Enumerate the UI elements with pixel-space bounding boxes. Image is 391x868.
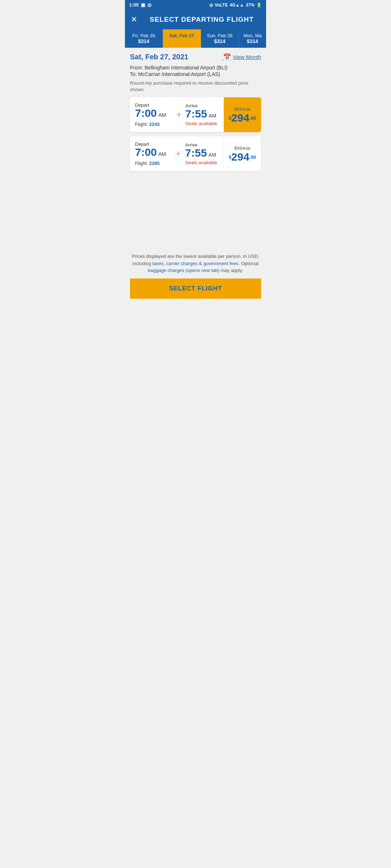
footer-link-baggage[interactable]: baggage charges (opens new tab)	[148, 268, 219, 273]
battery-charging-icon: 🔋	[256, 3, 262, 8]
flight2-depart-ampm: AM	[159, 151, 166, 157]
volte-badge: VoLTE	[215, 3, 228, 8]
route-info: From: Bellingham International Airport (…	[130, 65, 261, 77]
flight2-seats: Seats available	[185, 160, 218, 165]
flight1-sale-price: $294.00	[229, 112, 256, 123]
flight1-depart-ampm: AM	[159, 112, 166, 118]
flight1-dollar-sign: $	[229, 115, 231, 121]
date-header-row: Sat, Feb 27, 2021 📅 View Month	[130, 53, 261, 61]
status-time: 1:05 ▣ ◎	[129, 2, 151, 8]
wifi-icon: ◎	[209, 3, 213, 8]
page-header: ✕ SELECT DEPARTING FLIGHT	[125, 10, 266, 29]
content-spacer	[125, 175, 266, 248]
page-title: SELECT DEPARTING FLIGHT	[143, 16, 260, 24]
tab-price-fri: $314	[126, 38, 161, 44]
flight2-arrive: Arrive 7:55 AM Seats available	[184, 136, 223, 171]
battery-percent: 37%	[246, 3, 255, 8]
view-month-button[interactable]: 📅 View Month	[223, 53, 261, 61]
tab-day-fri: Fri, Feb 26	[126, 33, 161, 38]
flight2-arrive-time-row: 7:55 AM	[185, 148, 218, 158]
plane-icon-2: ✈	[175, 149, 181, 158]
flight2-price-box: $314.00 $294.00	[223, 136, 261, 171]
flight1-sale-amount: 294	[231, 112, 249, 124]
flight1-sale-cents: .00	[249, 115, 256, 121]
flight1-depart: Depart 7:00 AM Flight: 2243	[130, 97, 173, 132]
footer-disclaimer: Prices displayed are the lowest availabl…	[130, 253, 261, 274]
date-tab-sun[interactable]: Sun, Feb 28 $314	[201, 29, 239, 48]
view-month-label: View Month	[233, 54, 261, 60]
flight2-orig-price: $314.00	[234, 145, 250, 151]
flight2-arrive-hour: 7:55	[185, 147, 207, 159]
date-tab-fri[interactable]: Fri, Feb 26 $314	[125, 29, 163, 48]
close-button[interactable]: ✕	[131, 15, 137, 24]
flight2-depart: Depart 7:00 AM Flight: 2285	[130, 136, 173, 171]
footer-text-2: . Optional	[239, 261, 259, 266]
flight2-sale-amount: 294	[231, 151, 249, 163]
select-flight-button[interactable]: SELECT FLIGHT	[130, 278, 261, 299]
flight2-number: Flight: 2285	[135, 161, 168, 166]
date-tab-sat[interactable]: Sat, Feb 27	[163, 29, 201, 48]
footer-link-taxes[interactable]: taxes, carrier charges & government fees	[152, 261, 239, 266]
to-route: To: McCarran International Airport (LAS)	[130, 71, 261, 77]
time-display: 1:05	[129, 2, 139, 8]
flight1-arrive: Arrive 7:55 AM Seats available	[184, 97, 224, 132]
date-tabs: Fri, Feb 26 $314 Sat, Feb 27 Sun, Feb 28…	[125, 29, 266, 48]
flight1-number-value: 2243	[149, 122, 160, 127]
from-route: From: Bellingham International Airport (…	[130, 65, 261, 71]
flight2-arrive-ampm: AM	[209, 152, 216, 158]
flight1-orig-price: $314.00	[234, 106, 250, 112]
tab-day-sat: Sat, Feb 27	[164, 33, 199, 38]
flight1-arrive-hour: 7:55	[185, 108, 207, 120]
plane-icon-1: ✈	[176, 110, 182, 119]
flight1-depart-hour: 7:00	[135, 107, 157, 119]
signal-icon: 4G▲▲	[230, 3, 244, 8]
main-content: Sat, Feb 27, 2021 📅 View Month From: Bel…	[125, 48, 266, 171]
flight1-arrive-ampm: AM	[209, 113, 216, 119]
flight2-sale-price: $294.00	[229, 152, 256, 162]
tab-price-mon: $314	[240, 38, 265, 44]
flight2-depart-hour: 7:00	[135, 146, 157, 158]
location-icon: ◎	[147, 2, 151, 8]
flight1-arrive-time-row: 7:55 AM	[185, 109, 219, 119]
calendar-icon: 📅	[223, 53, 231, 61]
flight2-depart-time-row: 7:00 AM	[135, 147, 168, 158]
status-indicators: ◎ VoLTE 4G▲▲ 37% 🔋	[209, 3, 262, 8]
flight1-price-box: $314.00 $294.00	[224, 97, 261, 132]
selected-date: Sat, Feb 27, 2021	[130, 53, 188, 61]
flight2-plane-icon: ✈	[173, 136, 184, 171]
disclaimer-text: Round-trip purchase required to receive …	[130, 80, 261, 93]
status-bar: 1:05 ▣ ◎ ◎ VoLTE 4G▲▲ 37% 🔋	[125, 0, 266, 10]
flight1-depart-time-row: 7:00 AM	[135, 108, 168, 119]
tab-price-sun: $314	[202, 38, 237, 44]
date-tab-mon[interactable]: Mon, Ma $314	[239, 29, 266, 48]
footer: Prices displayed are the lowest availabl…	[125, 248, 266, 299]
flight1-seats: Seats available	[185, 121, 219, 126]
flight1-number: Flight: 2243	[135, 122, 168, 127]
flight-card-2[interactable]: Depart 7:00 AM Flight: 2285 ✈ Arrive 7:5…	[130, 136, 261, 171]
flight1-plane-icon: ✈	[173, 97, 184, 132]
battery-icon: ▣	[141, 2, 145, 8]
flight-card-1[interactable]: Depart 7:00 AM Flight: 2243 ✈ Arrive 7:5…	[130, 97, 261, 132]
tab-day-sun: Sun, Feb 28	[202, 33, 237, 38]
flight2-number-value: 2285	[149, 161, 160, 166]
flight2-sale-cents: .00	[249, 154, 256, 160]
footer-text-3: may apply.	[219, 268, 243, 273]
flight2-dollar-sign: $	[229, 154, 231, 160]
tab-day-mon: Mon, Ma	[240, 33, 265, 38]
